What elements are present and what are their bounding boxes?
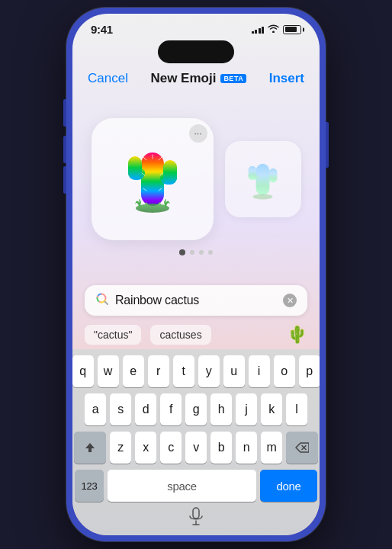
key-s[interactable]: s [110,393,131,425]
svg-rect-25 [193,508,199,518]
done-button[interactable]: done [260,470,317,502]
suggestion-cactus[interactable]: "cactus" [85,325,141,345]
microphone-button[interactable] [188,507,204,531]
page-dot-3 [199,250,204,255]
svg-point-17 [253,194,273,199]
numbers-button[interactable]: 123 [75,470,104,502]
suggestion-cactuses[interactable]: cactuses [150,325,210,345]
search-input[interactable]: Rainbow cactus [115,294,277,307]
keyboard-row-3: z x c v b n m [75,432,317,464]
emoji-secondary-card [225,141,301,217]
keyboard: q w e r t y u i o p a s d f g h j k [72,349,320,535]
search-container: Rainbow cactus ✕ [72,279,320,320]
key-n[interactable]: n [236,432,257,464]
key-m[interactable]: m [261,432,282,464]
key-x[interactable]: x [135,432,156,464]
battery-icon [283,25,301,34]
phone-screen: 9:41 [72,14,320,535]
cancel-button[interactable]: Cancel [88,71,128,86]
wifi-icon [268,24,279,35]
search-emoji-icon [95,292,109,309]
key-j[interactable]: j [236,393,257,425]
key-p[interactable]: p [299,355,320,387]
key-y[interactable]: y [198,355,220,387]
nav-bar: Cancel New Emoji BETA Insert [72,63,320,91]
battery-fill [285,27,297,32]
svg-line-22 [105,302,108,305]
key-t[interactable]: t [173,355,194,387]
suggestions-bar: "cactus" cactuses 🌵 [72,320,320,349]
page-dot-1 [179,249,185,255]
key-r[interactable]: r [148,355,169,387]
key-f[interactable]: f [160,393,182,425]
clear-search-button[interactable]: ✕ [283,294,297,307]
status-icons [252,24,302,35]
search-bar[interactable]: Rainbow cactus ✕ [85,285,307,316]
phone-frame: 9:41 [66,8,326,541]
rainbow-cactus-main [111,137,194,221]
key-k[interactable]: k [261,393,282,425]
key-d[interactable]: d [135,393,156,425]
svg-rect-2 [128,156,142,179]
insert-button[interactable]: Insert [269,71,304,86]
more-options-button[interactable]: ··· [189,124,207,143]
page-title: New Emoji [150,71,216,86]
status-time: 9:41 [91,23,113,36]
key-z[interactable]: z [110,432,131,464]
keyboard-row-2: a s d f g h j k l [75,393,317,425]
svg-rect-13 [256,163,270,194]
svg-point-12 [136,204,169,213]
nav-title-area: New Emoji BETA [150,71,246,86]
key-u[interactable]: u [223,355,245,387]
mic-row [75,508,317,532]
key-q[interactable]: q [72,355,94,387]
space-button[interactable]: space [108,470,256,502]
key-v[interactable]: v [185,432,207,464]
svg-rect-15 [249,165,257,179]
signal-icon [252,25,265,34]
delete-button[interactable] [286,432,318,464]
key-a[interactable]: a [85,393,106,425]
key-g[interactable]: g [185,393,207,425]
key-b[interactable]: b [210,432,232,464]
page-dot-4 [208,250,213,255]
dynamic-island [158,40,234,63]
emoji-cards: ··· [88,118,304,240]
key-l[interactable]: l [286,393,307,425]
suggestion-emoji-icon[interactable]: 🌵 [287,325,307,345]
svg-rect-16 [269,168,278,182]
key-w[interactable]: w [98,355,119,387]
emoji-main-card: ··· [92,118,214,240]
key-c[interactable]: c [160,432,182,464]
beta-badge: BETA [220,74,246,83]
key-h[interactable]: h [210,393,232,425]
page-dot-2 [190,250,194,255]
key-e[interactable]: e [123,355,144,387]
status-bar: 9:41 [72,14,320,39]
key-i[interactable]: i [249,355,270,387]
page-indicator [179,249,213,255]
shift-button[interactable] [74,432,106,464]
svg-rect-4 [163,160,177,185]
rainbow-cactus-secondary [238,155,288,204]
keyboard-row-1: q w e r t y u i o p [75,355,317,387]
emoji-preview-area: ··· [72,91,320,279]
key-o[interactable]: o [274,355,295,387]
keyboard-row-4: 123 space done [75,470,317,502]
